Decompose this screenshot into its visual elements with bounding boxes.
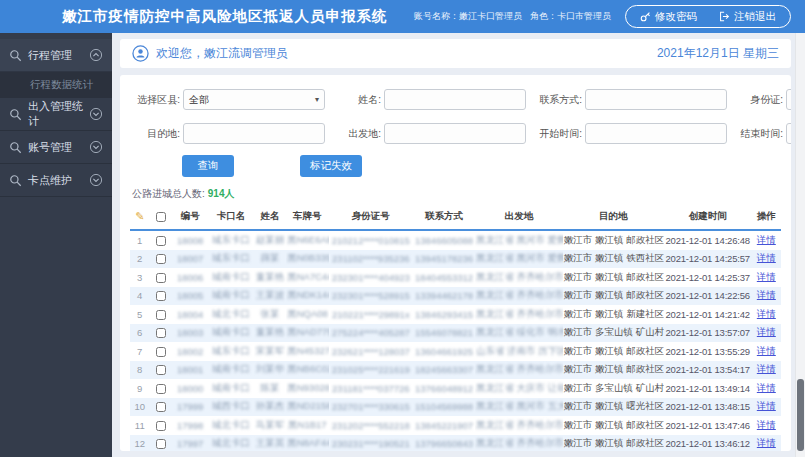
- current-date: 2021年12月1日 星期三: [657, 45, 779, 62]
- contact-input[interactable]: [585, 89, 727, 110]
- destination: 嫩江市 嫩江镇 邮政社区: [564, 345, 664, 356]
- origin: 黑龙江省 齐齐哈尔市 富裕县: [476, 363, 563, 374]
- row-checkbox[interactable]: [156, 421, 166, 431]
- checkpoint-name: 城西卡口: [212, 400, 250, 411]
- origin-input[interactable]: [384, 123, 526, 144]
- phone: 13845221907: [415, 420, 473, 431]
- scrollbar-thumb[interactable]: [797, 379, 804, 451]
- pencil-icon: ✎: [135, 210, 144, 222]
- destination-input[interactable]: [183, 123, 325, 144]
- row-index: 9: [137, 383, 142, 394]
- plate-number: 黑NQA08: [287, 308, 328, 319]
- idcard-input[interactable]: [786, 89, 791, 110]
- detail-link[interactable]: 详情: [757, 271, 776, 282]
- sidebar-item-label: 卡点维护: [28, 173, 72, 188]
- app-title: 嫩江市疫情防控中高风险地区抵返人员申报系统: [62, 7, 388, 26]
- detail-link[interactable]: 详情: [757, 252, 776, 263]
- record-id: 17998: [177, 420, 203, 431]
- origin: 黑龙江省 大庆市 让胡路区: [476, 382, 563, 393]
- sidebar-item-label: 出入管理统计: [28, 99, 83, 129]
- checkpoint-name: 城南卡口: [212, 382, 250, 393]
- records-table: ✎编号卡口名姓名车牌号身份证号联系方式出发地目的地创建时间操作 118008城东…: [130, 206, 781, 451]
- idcard-input-group: 身份证:: [735, 89, 791, 110]
- row-checkbox[interactable]: [156, 347, 166, 357]
- table-row: 1117998城北卡口马某军黑N1B17231202****5522181384…: [130, 416, 781, 435]
- destination: 嫩江市 多宝山镇 矿山村: [564, 382, 664, 393]
- row-checkbox[interactable]: [156, 384, 166, 394]
- row-checkbox[interactable]: [156, 402, 166, 412]
- detail-link[interactable]: 详情: [757, 382, 776, 393]
- row-index: 1: [137, 235, 142, 246]
- start-time-input-label: 开始时间:: [534, 127, 582, 141]
- logout-icon: [719, 11, 730, 22]
- key-icon: [640, 11, 651, 22]
- detail-link[interactable]: 详情: [757, 289, 776, 300]
- column-header-destination: 目的地: [563, 206, 664, 230]
- origin: 黑龙江省 齐齐哈尔市 建华区: [476, 289, 563, 300]
- app-header: 嫩江市疫情防控中高风险地区抵返人员申报系统 账号名称：嫩江卡口管理员 角色：卡口…: [0, 0, 805, 33]
- person-name: 王某波: [256, 289, 285, 300]
- select-all-checkbox[interactable]: [156, 212, 166, 222]
- start-time-input[interactable]: [585, 123, 727, 144]
- phone: 13766048912: [415, 383, 473, 394]
- logout-label: 注销退出: [734, 10, 776, 24]
- total-count: 公路进城总人数:914人: [132, 187, 781, 201]
- end-time-input[interactable]: [786, 123, 791, 144]
- row-checkbox[interactable]: [156, 328, 166, 338]
- checkpoint-name: 城东卡口: [212, 345, 250, 356]
- sidebar-item-trip-management[interactable]: 行程管理: [0, 39, 112, 72]
- detail-link[interactable]: 详情: [757, 419, 776, 430]
- sidebar-item-account-management[interactable]: 账号管理: [0, 131, 112, 164]
- detail-link[interactable]: 详情: [757, 345, 776, 356]
- table-body: 118008城东卡口赵某丽黑N6E6A8210212****0108151384…: [130, 230, 781, 451]
- detail-link[interactable]: 详情: [757, 437, 776, 448]
- detail-link[interactable]: 详情: [757, 308, 776, 319]
- logout-button[interactable]: 注销退出: [719, 10, 776, 24]
- query-button[interactable]: 查询: [182, 155, 234, 177]
- row-checkbox[interactable]: [156, 236, 166, 246]
- sidebar-item-entry-exit-stats[interactable]: 出入管理统计: [0, 98, 112, 131]
- sidebar-item-checkpoint-maintenance[interactable]: 卡点维护: [0, 164, 112, 197]
- column-header-phone: 联系方式: [413, 206, 475, 230]
- detail-link[interactable]: 详情: [757, 400, 776, 411]
- page-scrollbar[interactable]: [795, 33, 805, 457]
- checkpoint-name: 城南卡口: [212, 271, 250, 282]
- row-checkbox[interactable]: [156, 365, 166, 375]
- row-checkbox[interactable]: [156, 439, 166, 449]
- detail-link[interactable]: 详情: [757, 326, 776, 337]
- magnifier-icon: [9, 141, 22, 154]
- table-row: 1017999城西卡口孙某杰黑ND2158232701****330615151…: [130, 398, 781, 417]
- checkpoint-name: 城东卡口: [212, 252, 250, 263]
- account-role-label: 角色：卡口市管理员: [530, 10, 611, 23]
- column-header-actions: 操作: [752, 206, 781, 230]
- destination-input-group: 目的地:: [132, 123, 325, 144]
- sidebar-item-trip-data-stats[interactable]: 行程数据统计: [0, 72, 112, 98]
- detail-link[interactable]: 详情: [757, 234, 776, 245]
- id-card: 231202****552218: [332, 420, 410, 431]
- id-card: 210221****29891x: [332, 309, 410, 320]
- origin-input-group: 出发地:: [333, 123, 526, 144]
- district-select[interactable]: 全部▾: [183, 89, 325, 110]
- start-time-input-group: 开始时间:: [534, 123, 727, 144]
- destination-input-label: 目的地:: [132, 127, 180, 141]
- change-password-button[interactable]: 修改密码: [640, 10, 697, 24]
- detail-link[interactable]: 详情: [757, 363, 776, 374]
- destination: 嫩江市 多宝山镇 矿山村: [564, 326, 664, 337]
- origin: 山东省 济南市 历下区: [476, 345, 563, 356]
- person-name: 张某: [260, 308, 279, 319]
- row-checkbox[interactable]: [156, 310, 166, 320]
- checkpoint-name: 城北卡口: [212, 419, 250, 430]
- welcome-bar: 欢迎您，嫩江流调管理员 2021年12月1日 星期三: [120, 39, 791, 68]
- row-checkbox[interactable]: [156, 254, 166, 264]
- created-time: 2021-12-01 13:54:17: [665, 364, 749, 375]
- mark-invalid-button[interactable]: 标记失效: [300, 155, 362, 177]
- row-checkbox[interactable]: [156, 291, 166, 301]
- phone: 13846293415: [415, 309, 473, 320]
- name-input[interactable]: [384, 89, 526, 110]
- column-header-origin: 出发地: [475, 206, 563, 230]
- table-row: 918000城南卡口陈某黑N93028231181****03772613766…: [130, 379, 781, 398]
- account-actions: 修改密码 注销退出: [625, 5, 791, 28]
- row-checkbox[interactable]: [156, 273, 166, 283]
- origin: 黑龙江省 黑河市 五大连池市: [476, 400, 563, 411]
- origin: 黑龙江省 黑河市 爱辉区: [476, 252, 563, 263]
